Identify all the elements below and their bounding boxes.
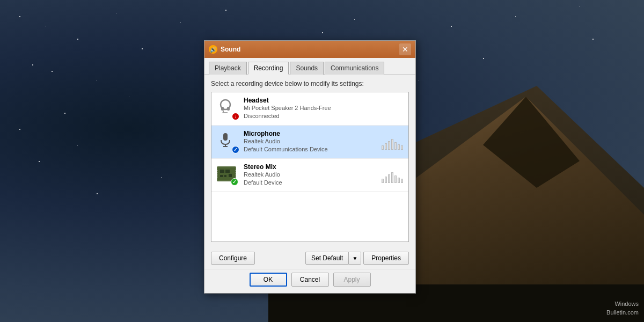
sound-dialog: 🔊 Sound ✕ Playback Recording Sounds Comm… xyxy=(204,40,416,294)
microphone-icon xyxy=(217,131,234,148)
device-item-microphone[interactable]: ✓ Microphone Realtek Audio Default Commu… xyxy=(211,126,408,159)
stereo-mix-info: Stereo Mix Realtek Audio Default Device xyxy=(244,163,382,187)
microphone-status-badge: ✓ xyxy=(232,146,239,153)
svg-rect-14 xyxy=(220,170,224,173)
dialog-titlebar: 🔊 Sound ✕ xyxy=(204,41,415,58)
dialog-title-area: 🔊 Sound xyxy=(209,45,240,54)
microphone-icon-wrap: ✓ xyxy=(217,131,238,152)
tab-playback[interactable]: Playback xyxy=(209,62,247,75)
properties-button[interactable]: Properties xyxy=(363,252,409,265)
configure-button[interactable]: Configure xyxy=(211,252,255,265)
headset-name: Headset xyxy=(244,97,403,104)
set-default-dropdown[interactable]: ▼ xyxy=(349,252,361,265)
tab-sounds[interactable]: Sounds xyxy=(290,62,324,75)
device-list[interactable]: ↓ Headset Mi Pocket Speaker 2 Hands-Free… xyxy=(211,92,409,242)
svg-rect-15 xyxy=(225,170,230,173)
set-default-button[interactable]: Set Default xyxy=(305,252,349,265)
tab-communications[interactable]: Communications xyxy=(325,62,384,75)
svg-rect-5 xyxy=(221,107,224,111)
headset-status-badge: ↓ xyxy=(232,113,239,120)
instruction-text: Select a recording device below to modif… xyxy=(211,80,409,87)
headset-info: Headset Mi Pocket Speaker 2 Hands-Free D… xyxy=(244,97,403,121)
headset-line1: Mi Pocket Speaker 2 Hands-Free xyxy=(244,104,403,112)
headset-line2: Disconnected xyxy=(244,112,403,120)
stereo-mix-name: Stereo Mix xyxy=(244,163,382,171)
stereo-mix-level-bars xyxy=(382,167,403,183)
dialog-action-buttons: OK Cancel Apply xyxy=(204,269,415,293)
svg-rect-9 xyxy=(223,133,228,141)
stereo-mix-line2: Default Device xyxy=(244,179,382,187)
microphone-line1: Realtek Audio xyxy=(244,137,382,145)
device-item-headset[interactable]: ↓ Headset Mi Pocket Speaker 2 Hands-Free… xyxy=(211,92,408,126)
headset-icon xyxy=(217,98,234,115)
dialog-buttons-row: Configure Set Default ▼ Properties xyxy=(204,247,415,269)
headset-icon-wrap: ↓ xyxy=(217,98,238,119)
ok-button[interactable]: OK xyxy=(250,273,287,287)
microphone-line2: Default Communications Device xyxy=(244,145,382,153)
dialog-body: Select a recording device below to modif… xyxy=(204,75,415,247)
sound-icon: 🔊 xyxy=(209,45,217,54)
svg-rect-6 xyxy=(227,107,230,111)
set-default-group: Set Default ▼ xyxy=(305,252,361,265)
device-item-stereo-mix[interactable]: ✓ Stereo Mix Realtek Audio Default Devic… xyxy=(211,159,408,192)
svg-rect-17 xyxy=(224,175,226,177)
stereo-mix-status-badge: ✓ xyxy=(231,178,238,186)
tab-recording[interactable]: Recording xyxy=(248,62,289,75)
stereo-mix-icon: ✓ xyxy=(217,164,236,184)
apply-button[interactable]: Apply xyxy=(333,273,371,287)
dialog-title: Sound xyxy=(221,46,240,53)
watermark: Windows Bulletin.com xyxy=(606,300,639,317)
microphone-level-bars xyxy=(382,134,403,150)
stereo-mix-icon-wrap: ✓ xyxy=(217,164,238,186)
stereo-mix-line1: Realtek Audio xyxy=(244,171,382,179)
cancel-button[interactable]: Cancel xyxy=(291,273,329,287)
microphone-name: Microphone xyxy=(244,130,382,137)
tabs-bar: Playback Recording Sounds Communications xyxy=(204,58,415,75)
svg-rect-16 xyxy=(220,175,223,177)
microphone-info: Microphone Realtek Audio Default Communi… xyxy=(244,130,382,154)
close-button[interactable]: ✕ xyxy=(399,43,411,55)
svg-rect-18 xyxy=(229,174,232,177)
